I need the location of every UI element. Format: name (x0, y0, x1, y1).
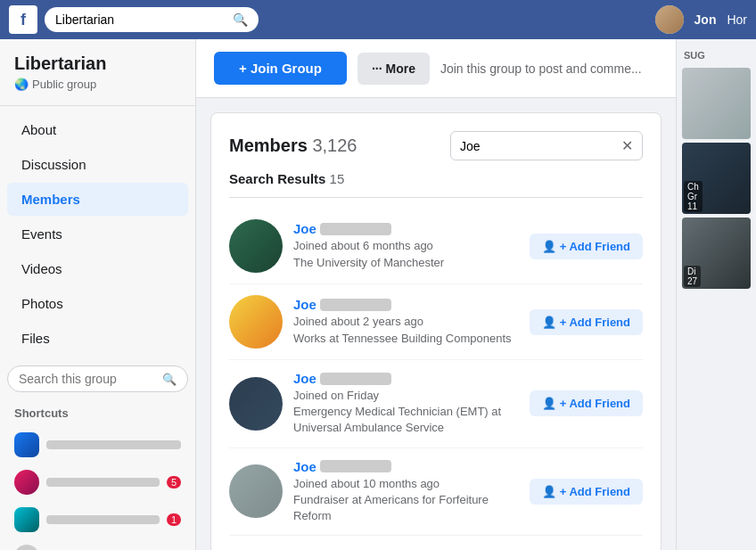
member-info: Joe Joined about 10 months ago Fundraise… (293, 459, 519, 525)
shortcut-icon-3 (14, 507, 39, 532)
member-name-rest (320, 223, 391, 235)
sidebar-item-photos[interactable]: Photos (7, 287, 188, 320)
member-detail: Emergency Medical Technician (EMT) at Un… (293, 404, 519, 436)
member-name: Joe (293, 297, 519, 312)
member-name-rest (320, 460, 391, 472)
members-search-box: ✕ (450, 131, 643, 160)
members-count: 3,126 (312, 135, 357, 155)
member-joined: Joined about 10 months ago (293, 476, 519, 492)
member-joined: Joined about 6 months ago (293, 238, 519, 254)
member-name-rest (320, 373, 391, 385)
members-panel: Members 3,126 ✕ Search Results 15 Joe (210, 112, 662, 550)
add-friend-icon: 👤 (542, 397, 556, 410)
member-name: Joe (293, 221, 519, 236)
group-header-bar: + Join Group ··· More Join this group to… (196, 39, 676, 98)
clear-search-icon[interactable]: ✕ (621, 137, 633, 154)
suggested-item-2[interactable]: ChGr11 (682, 143, 751, 214)
members-title: Members 3,126 (229, 135, 357, 156)
member-name-highlight[interactable]: Joe (293, 459, 316, 474)
avatar[interactable] (229, 377, 283, 431)
search-results-title: Search Results 15 (229, 171, 643, 198)
add-friend-button[interactable]: 👤 + Add Friend (530, 390, 643, 416)
member-name: Joe (293, 371, 519, 386)
shortcut-icon-1 (14, 432, 39, 457)
sidebar-item-discussion[interactable]: Discussion (7, 148, 188, 181)
avatar[interactable] (655, 5, 684, 34)
add-friend-icon: 👤 (542, 316, 556, 329)
table-row: Joe Joined about 10 months ago Fundraise… (229, 448, 643, 537)
more-button[interactable]: ··· More (357, 53, 430, 85)
member-detail: Works at Tennessee Building Components (293, 331, 519, 347)
shortcut-badge-3: 1 (167, 513, 181, 526)
avatar[interactable] (229, 219, 283, 273)
avatar[interactable] (229, 464, 283, 518)
public-group-label: 🌏 Public group (0, 78, 195, 102)
shortcut-icon-4 (14, 545, 39, 550)
add-friend-icon: 👤 (542, 485, 556, 498)
shortcut-item-2[interactable]: 5 (14, 466, 181, 498)
suggested-item-1[interactable] (682, 68, 751, 139)
sidebar-item-members[interactable]: Members (7, 183, 188, 216)
nav-right: Jon Hor (655, 5, 747, 34)
nav-home[interactable]: Hor (727, 12, 747, 27)
sidebar-item-about[interactable]: About (7, 113, 188, 146)
member-info: Joe Joined about 2 years ago Works at Te… (293, 297, 519, 346)
shortcut-item-4[interactable] (14, 541, 181, 550)
fb-logo[interactable]: f (9, 5, 37, 34)
sidebar: Libertarian 🌏 Public group About Discuss… (0, 39, 196, 550)
right-panel: SUG ChGr11 Di27 (676, 39, 756, 550)
add-friend-button[interactable]: 👤 + Add Friend (530, 234, 643, 259)
member-info: Joe Joined on Friday Emergency Medical T… (293, 371, 519, 437)
shortcut-badge-2: 5 (167, 476, 181, 488)
sidebar-item-videos[interactable]: Videos (7, 252, 188, 285)
suggested-label: SUG (677, 46, 756, 64)
results-count: 15 (330, 171, 345, 186)
add-friend-button[interactable]: 👤 + Add Friend (530, 309, 643, 335)
nav-search-input[interactable] (55, 12, 233, 27)
search-bar: 🔍 (45, 7, 259, 32)
suggested-badge-2: ChGr11 (684, 181, 703, 212)
member-detail: The University of Manchester (293, 255, 519, 271)
table-row: Joe Joined about 6 months ago The Univer… (229, 209, 643, 284)
member-name: Joe (293, 459, 519, 474)
shortcut-icon-2 (14, 470, 39, 495)
sidebar-search: 🔍 (7, 365, 188, 392)
sidebar-divider (0, 105, 195, 106)
avatar[interactable] (229, 295, 283, 349)
header-hint: Join this group to post and comme... (440, 62, 642, 76)
join-group-button[interactable]: + Join Group (214, 52, 347, 85)
sidebar-search-icon: 🔍 (162, 373, 177, 386)
add-friend-icon: 👤 (542, 240, 556, 253)
search-icon[interactable]: 🔍 (233, 12, 248, 27)
suggested-badge-3: Di27 (684, 266, 701, 287)
shortcuts-section: Shortcuts 5 1 (0, 392, 195, 550)
top-nav: f 🔍 Jon Hor (0, 0, 756, 39)
sidebar-item-files[interactable]: Files (7, 322, 188, 355)
page-wrapper: Libertarian 🌏 Public group About Discuss… (0, 39, 756, 550)
members-header: Members 3,126 ✕ (229, 131, 643, 160)
member-name-rest (320, 299, 391, 311)
sidebar-item-events[interactable]: Events (7, 218, 188, 250)
member-info: Joe Joined about 6 months ago The Univer… (293, 221, 519, 270)
shortcut-label-2 (46, 478, 160, 487)
shortcuts-title: Shortcuts (14, 406, 181, 420)
member-joined: Joined about 2 years ago (293, 314, 519, 330)
group-title: Libertarian (0, 53, 195, 78)
globe-icon: 🌏 (14, 78, 29, 91)
shortcut-label-1 (46, 440, 181, 449)
nav-username: Jon (694, 12, 717, 27)
shortcut-item-3[interactable]: 1 (14, 504, 181, 536)
member-name-highlight[interactable]: Joe (293, 371, 316, 386)
suggested-item-3[interactable]: Di27 (682, 218, 751, 289)
table-row: Joe Joined about 2 years ago Works at Te… (229, 284, 643, 360)
shortcut-label-3 (46, 515, 160, 524)
add-friend-button[interactable]: 👤 + Add Friend (530, 479, 643, 505)
member-joined: Joined on Friday (293, 388, 519, 404)
member-name-highlight[interactable]: Joe (293, 221, 316, 236)
member-detail: Fundraiser at Americans for Forfeiture R… (293, 492, 519, 524)
sidebar-search-input[interactable] (19, 372, 157, 386)
members-search-input[interactable] (460, 139, 616, 153)
main-content: + Join Group ··· More Join this group to… (196, 39, 676, 550)
member-name-highlight[interactable]: Joe (293, 297, 316, 312)
shortcut-item-1[interactable] (14, 429, 181, 461)
